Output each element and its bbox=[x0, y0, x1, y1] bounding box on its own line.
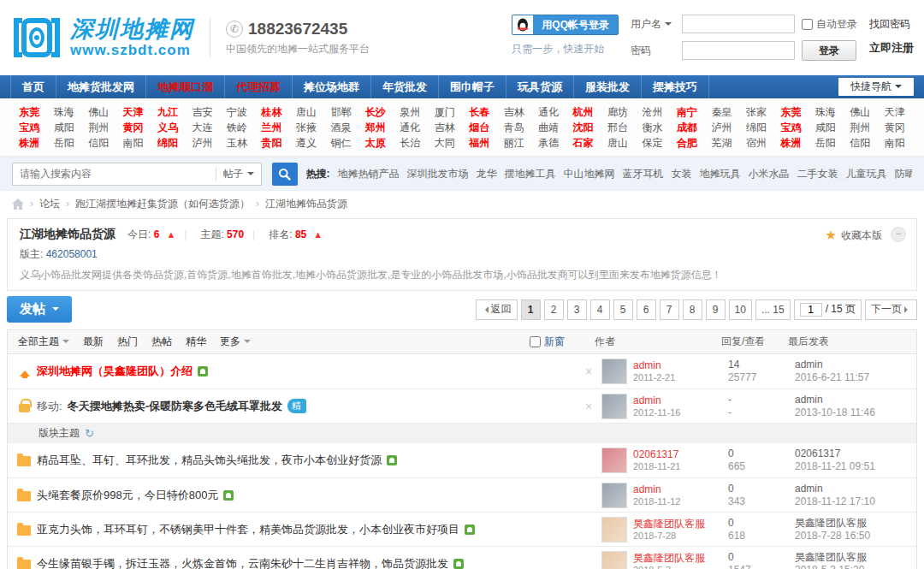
back-button[interactable]: 返回 bbox=[476, 299, 518, 320]
nav-item[interactable]: 地摊顺口溜 bbox=[146, 75, 225, 98]
username-input[interactable] bbox=[682, 15, 795, 33]
thread-author-link[interactable]: 昊鑫隆团队客服 bbox=[633, 518, 705, 530]
city-link[interactable]: 南阳 bbox=[116, 135, 150, 151]
city-link[interactable]: 福州 bbox=[462, 135, 496, 151]
city-link[interactable]: 佛山 bbox=[843, 104, 877, 120]
collapse-button[interactable]: − bbox=[891, 227, 906, 242]
city-link[interactable]: 厦门 bbox=[428, 104, 462, 120]
filter-item[interactable]: 最新 bbox=[83, 335, 104, 349]
hot-search-link[interactable]: 中山地摊网 bbox=[564, 167, 615, 181]
thread-author-link[interactable]: admin bbox=[633, 483, 680, 495]
lastpost-date[interactable]: 2018-11-12 17:10 bbox=[795, 495, 913, 508]
city-link[interactable]: 张家 bbox=[739, 104, 773, 120]
thread-author-link[interactable]: 昊鑫隆团队客服 bbox=[633, 552, 705, 564]
page-button[interactable]: 6 bbox=[637, 299, 656, 320]
city-link[interactable]: 珠海 bbox=[46, 104, 80, 120]
breadcrumb-item[interactable]: 论坛 bbox=[39, 197, 60, 211]
nav-item[interactable]: 地摊货批发网 bbox=[56, 75, 146, 98]
filter-item[interactable]: 热门 bbox=[117, 335, 138, 349]
avatar[interactable] bbox=[601, 447, 627, 473]
page-button[interactable]: 1 bbox=[521, 299, 541, 320]
hot-search-link[interactable]: 龙华 bbox=[477, 167, 497, 181]
city-link[interactable]: 贵阳 bbox=[254, 135, 288, 151]
city-link[interactable]: 岳阳 bbox=[46, 135, 80, 151]
city-link[interactable]: 佛山 bbox=[81, 104, 116, 120]
city-link[interactable]: 岳阳 bbox=[808, 135, 843, 151]
city-link[interactable]: 唐山 bbox=[601, 135, 635, 151]
city-link[interactable]: 信阳 bbox=[81, 135, 116, 151]
new-post-button[interactable]: 发帖 bbox=[7, 296, 72, 323]
city-link[interactable]: 唐山 bbox=[289, 104, 323, 120]
search-type-select[interactable]: 帖子 bbox=[216, 167, 261, 181]
breadcrumb-item[interactable]: 江湖地摊饰品货源 bbox=[265, 197, 347, 211]
city-link[interactable]: 石家 bbox=[566, 135, 600, 151]
hot-search-link[interactable]: 摆地摊工具 bbox=[505, 167, 556, 181]
city-link[interactable]: 郑州 bbox=[358, 120, 393, 135]
city-link[interactable]: 邢台 bbox=[601, 120, 635, 135]
lastpost-date[interactable]: 2018-7-28 16:50 bbox=[795, 530, 913, 542]
filter-item[interactable]: 更多 bbox=[220, 335, 251, 349]
page-button[interactable]: 2 bbox=[544, 299, 564, 320]
city-link[interactable]: 泉州 bbox=[393, 104, 427, 120]
city-link[interactable]: 铜仁 bbox=[323, 135, 358, 151]
city-link[interactable]: 通化 bbox=[531, 104, 566, 120]
page-jump-input[interactable] bbox=[800, 303, 822, 317]
city-link[interactable]: 荆州 bbox=[843, 120, 877, 135]
city-link[interactable]: 南阳 bbox=[878, 135, 912, 151]
hot-search-link[interactable]: 二手女装 bbox=[797, 167, 838, 181]
city-link[interactable]: 吉林 bbox=[496, 104, 530, 120]
city-link[interactable]: 宿州 bbox=[739, 135, 773, 151]
password-input[interactable] bbox=[682, 41, 795, 60]
city-link[interactable]: 酒泉 bbox=[323, 120, 358, 135]
city-link[interactable]: 东莞 bbox=[773, 104, 808, 120]
city-link[interactable]: 黄冈 bbox=[116, 120, 150, 135]
page-button[interactable]: 8 bbox=[683, 299, 702, 320]
search-button[interactable] bbox=[272, 163, 298, 186]
nav-item[interactable]: 服装批发 bbox=[574, 75, 642, 98]
hot-search-link[interactable]: 女装 bbox=[672, 167, 692, 181]
new-window-checkbox[interactable]: 新窗 bbox=[530, 335, 595, 349]
city-link[interactable]: 大同 bbox=[428, 135, 462, 151]
city-link[interactable]: 烟台 bbox=[462, 120, 496, 135]
city-link[interactable]: 吉安 bbox=[185, 104, 219, 120]
page-button[interactable]: 9 bbox=[706, 299, 726, 320]
login-button[interactable]: 登录 bbox=[802, 40, 856, 61]
avatar[interactable] bbox=[601, 359, 627, 384]
hot-search-link[interactable]: 深圳批发市场 bbox=[407, 167, 469, 181]
nav-item[interactable]: 首页 bbox=[10, 75, 56, 98]
new-window-box[interactable] bbox=[530, 336, 541, 347]
refresh-icon[interactable]: ↻ bbox=[85, 427, 94, 440]
thread-title-link[interactable]: 头绳套餐原价998元，今日特价800元 bbox=[37, 488, 218, 503]
moderator-link[interactable]: 462058001 bbox=[46, 248, 98, 260]
city-link[interactable]: 咸阳 bbox=[808, 120, 843, 135]
city-link[interactable]: 株洲 bbox=[773, 135, 808, 151]
close-thread-button[interactable]: × bbox=[576, 400, 601, 413]
auto-login-box[interactable] bbox=[802, 19, 813, 30]
hot-search-link[interactable]: 防晒帽 bbox=[895, 167, 912, 181]
lastpost-author-link[interactable]: 02061317 bbox=[795, 447, 913, 460]
nav-item[interactable]: 围巾帽子 bbox=[439, 75, 506, 98]
city-link[interactable]: 廊坊 bbox=[601, 104, 635, 120]
city-link[interactable]: 承德 bbox=[531, 135, 566, 151]
city-link[interactable]: 长治 bbox=[393, 135, 427, 151]
lastpost-date[interactable]: 2013-10-18 11:46 bbox=[795, 406, 913, 419]
filter-item[interactable]: 精华 bbox=[186, 335, 206, 349]
lastpost-author-link[interactable]: admin bbox=[795, 394, 913, 406]
city-link[interactable]: 长春 bbox=[462, 104, 496, 120]
city-link[interactable]: 宁波 bbox=[220, 104, 254, 120]
city-link[interactable]: 天津 bbox=[116, 104, 150, 120]
close-thread-button[interactable]: × bbox=[576, 365, 601, 378]
city-link[interactable]: 东莞 bbox=[12, 104, 46, 120]
find-password-link[interactable]: 找回密码 bbox=[869, 17, 914, 32]
filter-item[interactable]: 热帖 bbox=[151, 335, 172, 349]
hot-search-link[interactable]: 儿童玩具 bbox=[846, 167, 887, 181]
city-link[interactable]: 南宁 bbox=[670, 104, 704, 120]
page-button[interactable]: 5 bbox=[613, 299, 633, 320]
city-link[interactable]: 邯郸 bbox=[323, 104, 358, 120]
city-link[interactable]: 珠海 bbox=[808, 104, 843, 120]
lastpost-author-link[interactable]: 昊鑫隆团队客服 bbox=[795, 517, 913, 530]
thread-title-link[interactable]: 今生缘苗银手镯，拆迁玉器，火炼金首饰，云南朱砂十二生肖吉祥物，饰品货源批发 bbox=[37, 556, 448, 569]
city-link[interactable]: 信阳 bbox=[843, 135, 877, 151]
city-link[interactable]: 张掖 bbox=[289, 120, 323, 135]
username-label[interactable]: 用户名 bbox=[631, 17, 675, 32]
